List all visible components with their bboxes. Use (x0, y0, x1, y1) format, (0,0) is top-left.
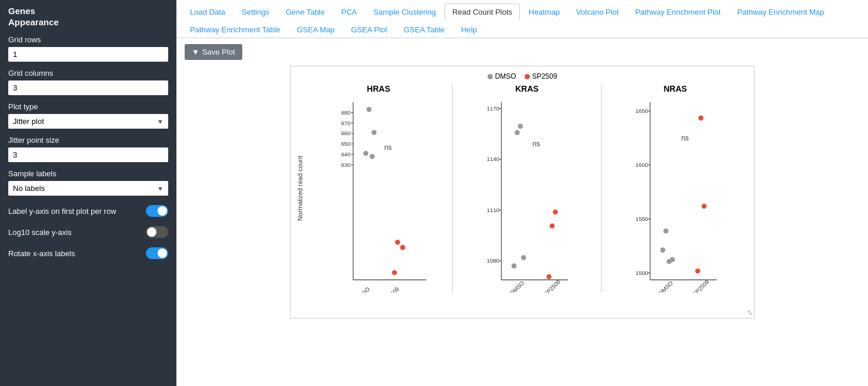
sidebar-appearance-title: Appearance (8, 17, 168, 27)
tab-load-data[interactable]: Load Data (182, 4, 233, 20)
svg-point-16 (372, 130, 377, 135)
plot-type-wrapper: Jitter plot Box plot Violin plot ▼ (8, 114, 168, 129)
toggle-yaxis-label: Label y-axis on first plot per row (8, 207, 116, 216)
legend-dmso-label: DMSO (495, 72, 516, 80)
plot-type-select[interactable]: Jitter plot Box plot Violin plot (8, 114, 168, 129)
svg-point-55 (663, 229, 669, 234)
toggle-log10-label: Log10 scale y-axis (8, 228, 72, 237)
svg-point-40 (553, 209, 558, 214)
toggle-rotate-row: Rotate x-axis labels (8, 247, 168, 259)
tab-heatmap[interactable]: Heatmap (521, 4, 567, 20)
nras-title: NRAS (603, 84, 748, 93)
plots-row: Normalized read count HRAS 6306406506606… (296, 84, 748, 293)
svg-text:SP2509: SP2509 (691, 278, 710, 293)
svg-text:DMSO: DMSO (355, 286, 372, 293)
hras-title: HRAS (306, 84, 451, 93)
tab-sample-clustering[interactable]: Sample Clustering (366, 4, 443, 20)
tab-pathway-enrichment-map[interactable]: Pathway Enrichment Map (729, 4, 832, 20)
svg-point-17 (363, 151, 369, 156)
tab-help[interactable]: Help (453, 21, 485, 38)
sidebar: Genes Appearance Grid rows Grid columns … (0, 0, 176, 386)
svg-text:ns: ns (533, 140, 540, 148)
plot-type-label: Plot type (8, 102, 168, 111)
toggle-rotate-label: Rotate x-axis labels (8, 249, 75, 258)
toolbar: ▼ Save Plot (176, 38, 868, 66)
kras-svg: 1170 1140 1110 1080 ns (454, 96, 599, 293)
svg-text:630: 630 (341, 162, 351, 168)
download-icon: ▼ (192, 48, 199, 56)
nras-svg: 1650 1600 1550 1500 ns (603, 96, 748, 293)
toggle-yaxis-row: Label y-axis on first plot per row (8, 205, 168, 217)
y-axis-label-container: Normalized read count (296, 84, 303, 293)
plot-divider-1 (452, 84, 453, 293)
legend-dmso: DMSO (488, 72, 516, 80)
tab-gsea-plot[interactable]: GSEA Plot (343, 21, 395, 38)
svg-text:1550: 1550 (635, 216, 648, 222)
legend-sp2509-label: SP2509 (532, 72, 557, 80)
svg-text:1650: 1650 (635, 108, 648, 114)
chart-area: DMSO SP2509 Normalized read count HRAS 6… (176, 66, 868, 386)
jitter-size-input[interactable] (8, 147, 168, 162)
kras-title: KRAS (454, 84, 599, 93)
tab-pathway-enrichment-plot[interactable]: Pathway Enrichment Plot (627, 4, 728, 20)
resize-handle-icon[interactable]: ⤡ (747, 308, 753, 317)
tab-read-count-plots[interactable]: Read Count Plots (445, 4, 520, 21)
svg-text:650: 650 (341, 140, 351, 147)
tab-gsea-map[interactable]: GSEA Map (289, 21, 342, 38)
tab-gene-table[interactable]: Gene Table (278, 4, 332, 20)
grid-columns-input[interactable] (8, 80, 168, 95)
toggle-rotate-toggle[interactable] (146, 247, 168, 259)
svg-text:1600: 1600 (635, 162, 648, 168)
svg-text:DMSO: DMSO (657, 280, 675, 293)
save-plot-button[interactable]: ▼ Save Plot (185, 44, 242, 60)
svg-point-41 (546, 274, 552, 280)
svg-point-56 (660, 247, 665, 253)
main-content: Load Data Settings Gene Table PCA Sample… (176, 0, 868, 386)
toggle-log10-row: Log10 scale y-axis (8, 226, 168, 238)
svg-text:1500: 1500 (635, 270, 648, 276)
sample-labels-select[interactable]: No labels Sample name Group (8, 181, 168, 196)
y-axis-label: Normalized read count (296, 156, 303, 221)
hras-svg: 630640650660670680nsDMSOSP2509 (306, 96, 451, 293)
svg-point-38 (521, 255, 526, 260)
svg-text:ns: ns (385, 143, 392, 152)
tab-settings[interactable]: Settings (234, 4, 277, 20)
kras-plot: KRAS 1170 1140 1110 1080 (454, 84, 599, 293)
svg-point-18 (370, 154, 375, 159)
plot-divider-2 (601, 84, 602, 293)
tab-gsea-table[interactable]: GSEA Table (396, 21, 452, 38)
svg-point-61 (695, 268, 700, 274)
svg-text:DMSO: DMSO (509, 280, 526, 293)
svg-text:1110: 1110 (487, 207, 500, 213)
svg-point-37 (512, 263, 517, 268)
jitter-size-label: Jitter point size (8, 136, 168, 145)
grid-rows-label: Grid rows (8, 35, 168, 44)
nav-tabs: Load Data Settings Gene Table PCA Sample… (176, 0, 868, 38)
legend-dmso-dot (488, 74, 493, 79)
svg-point-58 (670, 257, 675, 262)
grid-rows-input[interactable] (8, 47, 168, 62)
svg-text:1080: 1080 (487, 257, 500, 264)
svg-point-15 (366, 107, 372, 112)
save-plot-label: Save Plot (202, 48, 235, 56)
toggle-log10-toggle[interactable] (146, 226, 168, 238)
svg-text:680: 680 (341, 109, 351, 116)
svg-text:ns: ns (681, 134, 689, 142)
svg-point-60 (702, 204, 707, 209)
nras-plot: NRAS 1650 1600 1550 1500 (603, 84, 748, 293)
svg-text:1170: 1170 (487, 105, 500, 112)
legend-sp2509: SP2509 (525, 72, 557, 80)
svg-point-19 (395, 240, 400, 245)
tab-pathway-enrichment-table[interactable]: Pathway Enrichment Table (182, 21, 288, 38)
tab-pca[interactable]: PCA (333, 4, 365, 20)
tab-volcano-plot[interactable]: Volcano Plot (569, 4, 626, 20)
svg-point-39 (550, 223, 555, 229)
svg-text:660: 660 (341, 130, 351, 136)
svg-point-20 (400, 245, 405, 250)
toggle-yaxis-toggle[interactable] (146, 205, 168, 217)
svg-text:SP2509: SP2509 (543, 278, 562, 293)
toggle-log10-slider (146, 226, 168, 238)
svg-point-35 (515, 130, 520, 135)
toggle-yaxis-slider (146, 205, 168, 217)
sidebar-genes-title: Genes (8, 6, 168, 16)
